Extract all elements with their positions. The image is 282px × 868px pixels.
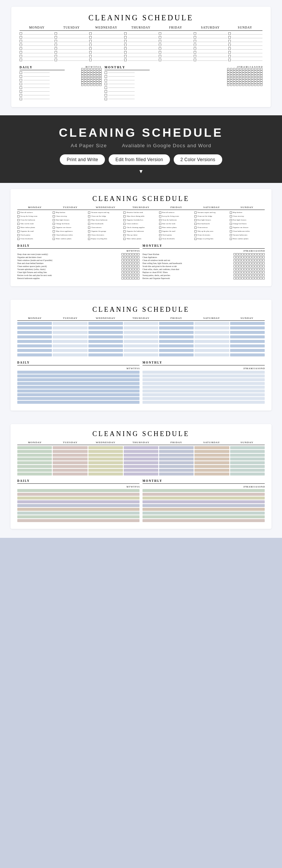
filled-col-1: Mop kitchenClean stovetopDust light fixt…: [53, 211, 88, 240]
checkbox-icon: [249, 256, 252, 258]
filled-day-mon: MONDAY: [17, 206, 53, 209]
blue-daily-row: [17, 378, 139, 381]
checkbox-icon: [241, 262, 244, 264]
checkbox-icon: [260, 84, 262, 86]
checkbox-icon: [124, 44, 127, 46]
cb-cell: [159, 36, 193, 39]
task-text: Water outdoor plants: [233, 238, 249, 240]
monthly-task-text: Clean all windows inside and out: [143, 259, 232, 261]
multi-block: [230, 469, 265, 472]
daily-section: DAILY: [20, 66, 65, 100]
checkbox-icon: [127, 262, 129, 264]
checkbox-icon: [124, 259, 126, 261]
checkbox-icon: [228, 32, 231, 35]
checkbox-icon: [53, 223, 55, 225]
daily-task-text: Organize and declutter closet: [17, 256, 120, 258]
checkbox-icon: [228, 44, 231, 46]
task-text: Empty recycling bins: [197, 238, 214, 240]
cb-cell: [20, 51, 54, 54]
checkbox-icon: [124, 51, 127, 54]
checkbox-icon: [257, 256, 259, 258]
task-text: Organize one drawer: [233, 226, 249, 229]
task-text: Organize the mail: [162, 230, 176, 232]
blue-monthly-row: [143, 389, 265, 392]
checkbox-icon: [247, 271, 249, 273]
multi-daily: DAILY MTWTFSS: [17, 479, 139, 523]
cb-cell: [194, 47, 228, 50]
cb-cell: [228, 40, 262, 42]
blue-col-mon: [17, 322, 52, 357]
daily-task-text: Dust and clean behind furniture: [17, 262, 120, 264]
checkbox-icon: [248, 84, 250, 86]
blue-block: [194, 335, 229, 338]
list-item: Organize and declutter closet: [17, 256, 139, 258]
checkbox-icon: [135, 256, 137, 258]
multi-block: [124, 465, 158, 468]
checkbox-icon: [159, 219, 161, 221]
blue-daily-row: [17, 386, 139, 389]
blue-block: [88, 326, 123, 329]
list-item: Replace or clean HVAC filters: [143, 271, 265, 273]
checkbox-icon: [194, 36, 196, 39]
blue-card: CLEANING SCHEDULE MONDAY TUESDAY WEDNESD…: [11, 300, 271, 411]
multi-block: [17, 446, 52, 449]
checkbox-icon: [227, 84, 229, 86]
checkbox-icon: [121, 256, 124, 258]
multi-block: [88, 472, 123, 476]
multi-block: [159, 457, 194, 460]
filled-day-sat: SATURDAY: [194, 206, 229, 209]
checkbox-icon: [241, 256, 244, 258]
checkbox-icon: [137, 259, 139, 261]
checkbox-icon: [249, 262, 252, 264]
checkbox-icon: [105, 79, 107, 82]
checkbox-icon: [247, 277, 249, 279]
blue-monthly-label: MONTHLY: [143, 361, 265, 365]
checkbox-icon: [132, 265, 134, 267]
blue-block: [53, 344, 87, 347]
cb-cell: [55, 40, 89, 42]
filled-col-5: Vacuum carpets and rugClean out the frid…: [194, 211, 229, 240]
filled-day-wed: WEDNESDAY: [88, 206, 123, 209]
checkbox-icon: [121, 268, 124, 270]
cb-cell: [20, 44, 54, 46]
table-row: [20, 36, 262, 39]
multi-block: [194, 450, 229, 453]
monthly-task-text: Scrub tiles and grout in the shower or t…: [143, 265, 232, 267]
checkbox-icon: [242, 84, 244, 86]
multi-col-fri: [159, 446, 194, 476]
checkbox-icon: [244, 253, 246, 255]
checkbox-icon: [247, 256, 249, 258]
blue-block: [53, 353, 87, 356]
checkbox-icon: [244, 268, 246, 270]
monthly-task-text: Dust ceiling fans, light fixtures, and b…: [143, 262, 232, 264]
checkbox-icon: [159, 226, 161, 229]
checkbox-icon: [132, 256, 134, 258]
blue-block: [194, 349, 229, 352]
checkbox-icon: [55, 51, 57, 54]
checkbox-icon: [53, 234, 55, 236]
checkbox-icon: [17, 230, 20, 232]
list-item: Review and Organize Paperwork: [143, 277, 265, 279]
checkbox-icon: [239, 262, 241, 264]
checkbox-icon: [236, 274, 238, 276]
edit-filled-button[interactable]: Edit from filled Version: [109, 154, 170, 165]
checkbox-icon: [244, 265, 246, 267]
checkbox-icon: [194, 47, 196, 50]
checkbox-icon: [124, 36, 127, 39]
checkbox-icon: [194, 40, 196, 42]
filled-cell: Clean doorknobs: [17, 237, 52, 240]
color-versions-button[interactable]: 2 Color Versions: [174, 154, 222, 165]
filled-day-fri: FRIDAY: [159, 206, 194, 209]
print-write-button[interactable]: Print and Write: [60, 154, 105, 165]
multi-daily-row: [17, 497, 139, 500]
days-header: MONDAY TUESDAY WEDNESDAY THURSDAY FRIDAY…: [20, 26, 262, 31]
table-row: [20, 55, 262, 57]
section-plain-preview: CLEANING SCHEDULE MONDAY TUESDAY WEDNESD…: [0, 0, 282, 115]
checkbox-icon: [241, 265, 244, 267]
blue-day-sat: SATURDAY: [194, 317, 229, 320]
checkbox-icon: [244, 271, 246, 273]
blue-block: [124, 340, 158, 343]
checkbox-icon: [236, 265, 238, 267]
blue-block: [159, 331, 194, 334]
checkbox-icon: [17, 219, 20, 221]
